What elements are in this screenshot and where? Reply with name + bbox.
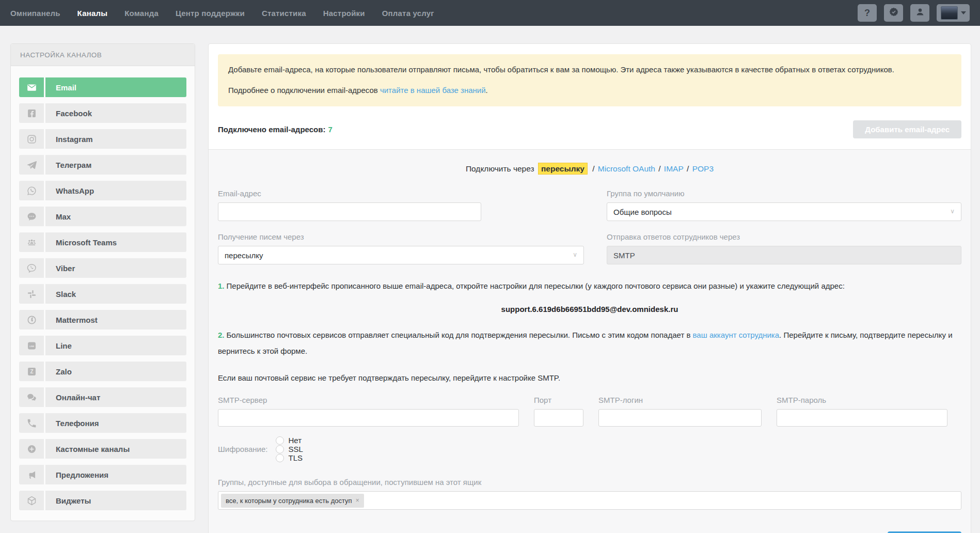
tab-imap[interactable]: IMAP — [664, 164, 684, 173]
tab-separator: / — [590, 164, 597, 173]
smtp-password-group: SMTP-пароль — [777, 396, 947, 427]
sidebar-item-slack[interactable]: Slack — [19, 284, 186, 304]
notice-text: Добавьте email-адреса, на которые пользо… — [228, 62, 951, 76]
receive-via-select[interactable]: пересылку ∨ — [218, 246, 584, 264]
connected-count-label: Подключено email-адресов:7 — [218, 125, 333, 134]
sidebar-item-label: Slack — [45, 284, 186, 304]
topbar-actions: ? — [858, 4, 970, 22]
sidebar-item-whatsapp[interactable]: WhatsApp — [19, 181, 186, 200]
custom-icon — [19, 439, 44, 459]
sidebar-item-instagram[interactable]: Instagram — [19, 129, 186, 149]
sidebar-item-custom[interactable]: Кастомные каналы — [19, 439, 186, 459]
sidebar-item-widgets[interactable]: Виджеты — [19, 491, 186, 510]
line-icon: LINE — [19, 336, 44, 355]
forwarding-address: support.6.619d6b66951bdd95@dev.omnidesk.… — [218, 305, 961, 313]
avatar-menu-button[interactable] — [937, 4, 970, 22]
default-group-select[interactable]: Общие вопросы ∨ — [607, 202, 961, 221]
connected-count: 7 — [328, 125, 332, 134]
notice-more-prefix: Подробнее о подключении email-адресов — [228, 86, 380, 95]
sidebar-item-email[interactable]: Email — [19, 77, 186, 97]
sidebar-item-label: Предложения — [45, 465, 186, 484]
sidebar-item-viber[interactable]: Viber — [19, 258, 186, 278]
instagram-icon — [19, 129, 44, 149]
widgets-icon — [19, 491, 44, 510]
email-icon — [19, 77, 44, 97]
knowledge-base-link[interactable]: читайте в нашей базе знаний — [380, 86, 486, 95]
default-group-label: Группа по умолчанию — [607, 189, 961, 198]
send-via-label: Отправка ответов сотрудников через — [607, 232, 961, 241]
receive-via-label: Получение писем через — [218, 232, 584, 241]
topbar-nav-item[interactable]: Каналы — [77, 9, 108, 18]
topbar: ОмнипанельКаналыКомандаЦентр поддержкиСт… — [0, 0, 980, 26]
sidebar-item-zalo[interactable]: ZZalo — [19, 362, 186, 381]
tab-pop3[interactable]: POP3 — [692, 164, 714, 173]
sidebar-item-telegram[interactable]: Телеграм — [19, 155, 186, 175]
verified-button[interactable] — [884, 4, 903, 22]
notice-more: Подробнее о подключении email-адресов чи… — [228, 83, 951, 97]
sidebar-item-label: Max — [45, 207, 186, 226]
topbar-nav-item[interactable]: Статистика — [262, 9, 306, 18]
sidebar-item-max[interactable]: Max — [19, 207, 186, 226]
group-tag: все, к которым у сотрудника есть доступ … — [221, 494, 364, 508]
topbar-nav-item[interactable]: Центр поддержки — [176, 9, 245, 18]
encryption-option-label: TLS — [288, 453, 303, 462]
sidebar-item-phone[interactable]: Телефония — [19, 413, 186, 433]
help-button[interactable]: ? — [858, 4, 877, 22]
smtp-login-group: SMTP-логин — [598, 396, 762, 427]
account-button[interactable] — [910, 4, 929, 22]
radio-icon[interactable] — [276, 445, 284, 453]
smtp-server-input[interactable] — [218, 409, 519, 427]
tab-links: / Microsoft OAuth / IMAP / POP3 — [589, 164, 714, 173]
encryption-option-ssl[interactable]: SSL — [276, 445, 303, 453]
tab-forwarding[interactable]: пересылку — [538, 163, 588, 175]
radio-icon[interactable] — [276, 436, 284, 445]
svg-text:Z: Z — [30, 369, 33, 374]
sidebar-item-teams[interactable]: Microsoft Teams — [19, 232, 186, 252]
chevron-down-icon: ∨ — [573, 251, 577, 258]
step-1: 1.Перейдите в веб-интерфейс прописанного… — [218, 278, 961, 294]
email-field-group: Email-адрес — [218, 189, 584, 221]
smtp-login-label: SMTP-логин — [598, 396, 762, 404]
smtp-password-label: SMTP-пароль — [777, 396, 947, 404]
encryption-option-tls[interactable]: TLS — [276, 453, 303, 462]
topbar-nav-item[interactable]: Команда — [124, 9, 159, 18]
staff-account-link[interactable]: ваш аккаунт сотрудника — [693, 331, 780, 339]
tab-separator: / — [656, 164, 663, 173]
topbar-nav-item[interactable]: Настройки — [323, 9, 365, 18]
sidebar-item-facebook[interactable]: Facebook — [19, 103, 186, 123]
encryption-options: НетSSLTLS — [276, 436, 313, 462]
smtp-password-input[interactable] — [777, 409, 947, 427]
group-field-group: Группа по умолчанию Общие вопросы ∨ — [607, 189, 961, 221]
email-input[interactable] — [218, 202, 481, 221]
facebook-icon — [19, 103, 44, 123]
sidebar-item-label: Microsoft Teams — [45, 232, 186, 252]
zalo-icon: Z — [19, 362, 44, 381]
avatar — [941, 6, 958, 20]
sidebar-item-megaphone[interactable]: Предложения — [19, 465, 186, 484]
sidebar-item-chat[interactable]: Онлайн-чат — [19, 387, 186, 407]
topbar-nav-item[interactable]: Оплата услуг — [382, 9, 434, 18]
slack-icon — [19, 284, 44, 304]
whatsapp-icon — [19, 181, 44, 200]
sidebar-item-mattermost[interactable]: Mattermost — [19, 310, 186, 330]
phone-icon — [19, 413, 44, 433]
group-tag-label: все, к которым у сотрудника есть доступ — [226, 497, 352, 505]
sidebar-title: НАСТРОЙКА КАНАЛОВ — [11, 44, 195, 66]
smtp-server-label: SMTP-сервер — [218, 396, 519, 404]
groups-tag-input[interactable]: все, к которым у сотрудника есть доступ … — [218, 491, 961, 510]
smtp-login-input[interactable] — [598, 409, 762, 427]
sidebar-item-label: Виджеты — [45, 491, 186, 510]
sidebar-item-label: Email — [45, 77, 186, 97]
sidebar-item-label: Телефония — [45, 413, 186, 433]
port-input[interactable] — [534, 409, 583, 427]
remove-tag-icon[interactable]: × — [356, 497, 359, 504]
add-email-button[interactable]: Добавить email-адрес — [853, 120, 961, 138]
radio-icon[interactable] — [276, 454, 284, 462]
encryption-option-нет[interactable]: Нет — [276, 436, 303, 445]
connect-method-tabs: Подключить через пересылку / Microsoft O… — [218, 164, 961, 174]
sidebar-item-line[interactable]: LINELine — [19, 336, 186, 355]
receive-field-group: Получение писем через пересылку ∨ — [218, 232, 584, 264]
tab-microsoft-oauth[interactable]: Microsoft OAuth — [598, 164, 655, 173]
svg-text:LINE: LINE — [29, 344, 34, 347]
topbar-nav-item[interactable]: Омнипанель — [10, 9, 60, 18]
